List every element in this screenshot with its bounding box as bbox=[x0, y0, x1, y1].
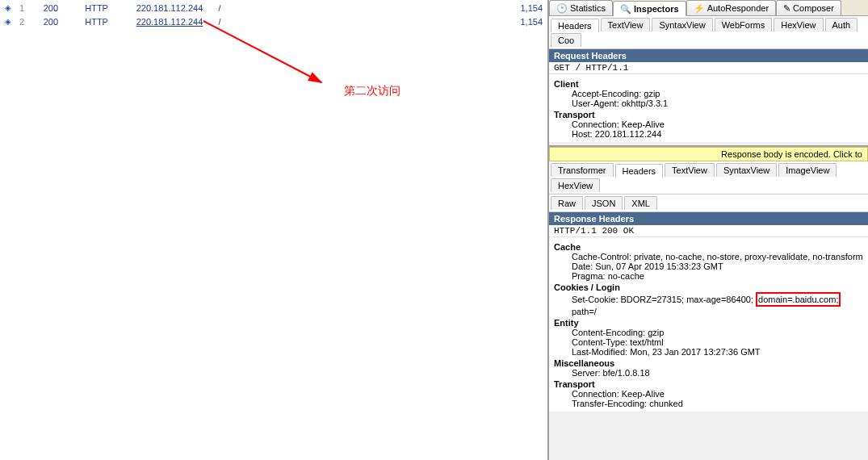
rtab-textview[interactable]: TextView bbox=[601, 18, 651, 31]
stab-xml[interactable]: XML bbox=[624, 196, 657, 210]
rhdr-content-type[interactable]: Content-Type: text/html bbox=[572, 337, 863, 347]
rhdr-date[interactable]: Date: Sun, 07 Apr 2019 15:33:23 GMT bbox=[572, 261, 863, 271]
stab-headers[interactable]: Headers bbox=[615, 164, 664, 178]
stab-json[interactable]: JSON bbox=[585, 196, 623, 210]
response-headers-title: Response Headers bbox=[549, 212, 868, 225]
response-raw-line: HTTP/1.1 200 OK bbox=[549, 225, 868, 237]
response-encoded-bar[interactable]: Response body is encoded. Click to bbox=[549, 147, 868, 161]
session-icon: ◈ bbox=[2, 15, 15, 27]
hdr-accept-encoding[interactable]: Accept-Encoding: gzip bbox=[572, 89, 863, 98]
rtab-auth[interactable]: Auth bbox=[825, 18, 858, 31]
rgrp-cache[interactable]: Cache bbox=[554, 242, 863, 252]
clock-icon: 🕑 bbox=[556, 3, 568, 14]
session-result: 200 bbox=[40, 15, 81, 27]
session-icon: ◈ bbox=[2, 2, 15, 14]
inspector-pane: 🕑Statistics 🔍Inspectors ⚡AutoResponder ✎… bbox=[549, 0, 868, 460]
request-tab-bar: Headers TextView SyntaxView WebForms Hex… bbox=[549, 16, 868, 49]
grp-client[interactable]: Client bbox=[554, 79, 863, 89]
rhdr-last-modified[interactable]: Last-Modified: Mon, 23 Jan 2017 13:27:36… bbox=[572, 347, 863, 357]
rtab-syntaxview[interactable]: SyntaxView bbox=[652, 18, 712, 31]
response-section: Response body is encoded. Click to Trans… bbox=[549, 145, 868, 460]
request-raw-line: GET / HTTP/1.1 bbox=[549, 62, 868, 74]
response-tree: Cache Cache-Control: private, no-cache, … bbox=[549, 237, 868, 412]
stab-transformer[interactable]: Transformer bbox=[551, 163, 614, 177]
hdr-user-agent[interactable]: User-Agent: okhttp/3.3.1 bbox=[572, 98, 863, 108]
rtab-cookies[interactable]: Coo bbox=[551, 33, 581, 47]
response-tab-bar: Transformer Headers TextView SyntaxView … bbox=[549, 161, 868, 194]
session-idx: 2 bbox=[16, 15, 39, 27]
session-body: 1,154 bbox=[509, 2, 546, 14]
rhdr-pragma[interactable]: Pragma: no-cache bbox=[572, 271, 863, 281]
rhdr-cache-control[interactable]: Cache-Control: private, no-cache, no-sto… bbox=[572, 252, 863, 261]
cookie-domain-highlight: domain=.baidu.com; bbox=[756, 292, 841, 307]
rhdr-transfer-encoding[interactable]: Transfer-Encoding: chunked bbox=[572, 399, 863, 408]
stab-imageview[interactable]: ImageView bbox=[778, 163, 837, 177]
session-url: / bbox=[215, 2, 508, 14]
tab-statistics[interactable]: 🕑Statistics bbox=[549, 0, 613, 15]
magnifier-icon: 🔍 bbox=[620, 4, 631, 15]
tab-inspectors[interactable]: 🔍Inspectors bbox=[613, 1, 686, 16]
compose-icon: ✎ bbox=[783, 3, 790, 14]
grp-transport[interactable]: Transport bbox=[554, 110, 863, 119]
annotation-text: 第二次访问 bbox=[344, 84, 400, 98]
stab-raw[interactable]: Raw bbox=[551, 196, 583, 210]
session-result: 200 bbox=[40, 2, 81, 14]
session-protocol: HTTP bbox=[82, 2, 131, 14]
rtab-headers[interactable]: Headers bbox=[551, 19, 599, 32]
session-idx: 1 bbox=[16, 2, 39, 14]
stab-syntaxview[interactable]: SyntaxView bbox=[716, 163, 777, 177]
session-row[interactable]: ◈ 1 200 HTTP 220.181.112.244 / 1,154 bbox=[2, 2, 546, 14]
response-tab-bar2: Raw JSON XML bbox=[549, 194, 868, 212]
lightning-icon: ⚡ bbox=[694, 3, 705, 14]
session-host: 220.181.112.244 bbox=[133, 2, 214, 14]
stab-textview[interactable]: TextView bbox=[665, 163, 715, 177]
svg-line-0 bbox=[203, 21, 321, 82]
session-host: 220.181.112.244 bbox=[133, 15, 214, 27]
request-tree: Client Accept-Encoding: gzip User-Agent:… bbox=[549, 74, 868, 142]
tab-composer[interactable]: ✎Composer bbox=[776, 0, 841, 15]
session-url: / bbox=[215, 15, 508, 27]
session-body: 1,154 bbox=[509, 15, 546, 27]
rgrp-entity[interactable]: Entity bbox=[554, 318, 863, 328]
main-tab-bar: 🕑Statistics 🔍Inspectors ⚡AutoResponder ✎… bbox=[549, 0, 868, 16]
session-protocol: HTTP bbox=[82, 15, 131, 27]
hdr-host[interactable]: Host: 220.181.112.244 bbox=[572, 129, 863, 139]
rhdr-connection[interactable]: Connection: Keep-Alive bbox=[572, 389, 863, 399]
rtab-webforms[interactable]: WebForms bbox=[715, 18, 773, 31]
session-row[interactable]: ◈ 2 200 HTTP 220.181.112.244 / 1,154 bbox=[2, 15, 546, 27]
sessions-table: ◈ 1 200 HTTP 220.181.112.244 / 1,154 ◈ 2… bbox=[0, 0, 547, 29]
hdr-connection[interactable]: Connection: Keep-Alive bbox=[572, 119, 863, 129]
stab-hexview[interactable]: HexView bbox=[551, 178, 600, 192]
rhdr-set-cookie[interactable]: Set-Cookie: BDORZ=27315; max-age=86400; … bbox=[572, 292, 863, 316]
rtab-hexview[interactable]: HexView bbox=[774, 18, 823, 31]
rhdr-server[interactable]: Server: bfe/1.0.8.18 bbox=[572, 368, 863, 378]
rhdr-content-encoding[interactable]: Content-Encoding: gzip bbox=[572, 328, 863, 337]
sessions-pane: ◈ 1 200 HTTP 220.181.112.244 / 1,154 ◈ 2… bbox=[0, 0, 549, 460]
tab-autoresponder[interactable]: ⚡AutoResponder bbox=[686, 0, 776, 15]
request-headers-title: Request Headers bbox=[549, 49, 868, 62]
rgrp-transport[interactable]: Transport bbox=[554, 379, 863, 389]
rgrp-misc[interactable]: Miscellaneous bbox=[554, 358, 863, 368]
rgrp-cookies[interactable]: Cookies / Login bbox=[554, 282, 863, 292]
